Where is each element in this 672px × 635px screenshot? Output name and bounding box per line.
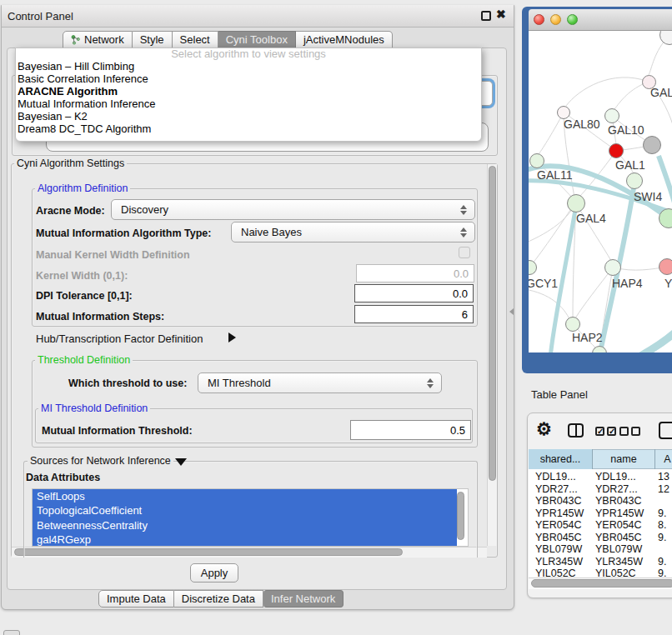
dropdown-item[interactable]: Basic Correlation Inference: [18, 72, 148, 85]
table-cell[interactable]: 9.: [658, 556, 666, 568]
table-cell[interactable]: YBR045C: [595, 532, 642, 543]
network-node[interactable]: [604, 259, 621, 276]
minimize-traffic-light-icon[interactable]: [550, 14, 561, 25]
table-cell[interactable]: 9.: [658, 532, 666, 543]
network-node-gray[interactable]: [643, 136, 661, 154]
network-node-selected-red[interactable]: [609, 143, 624, 158]
table-cell[interactable]: YBR045C: [535, 532, 582, 543]
tab-network[interactable]: Network: [63, 31, 133, 48]
table-cell[interactable]: YBR043C: [595, 495, 642, 507]
tab-select[interactable]: Select: [173, 31, 218, 48]
node-label: GAL10: [608, 123, 644, 137]
table-cell[interactable]: YER054C: [535, 519, 582, 531]
table-cell[interactable]: YLR345W: [535, 556, 583, 568]
which-threshold-combobox[interactable]: MI Threshold: [198, 372, 442, 393]
table-cell[interactable]: YDL19...: [535, 471, 576, 482]
dropdown-item[interactable]: Mutual Information Inference: [18, 98, 155, 110]
tab-infer-network[interactable]: Infer Network: [263, 590, 344, 608]
column-header-partial[interactable]: A: [655, 449, 672, 469]
data-attributes-label: Data Attributes: [26, 472, 100, 483]
control-panel-title: Control Panel: [8, 10, 73, 22]
data-attributes-list[interactable]: SelfLoops TopologicalCoefficient Between…: [32, 488, 469, 547]
table-cell[interactable]: YBL079W: [535, 543, 582, 555]
panel-divider-arrow-icon[interactable]: [509, 308, 514, 315]
tab-cyni-toolbox[interactable]: Cyni Toolbox: [218, 31, 296, 48]
table-cell[interactable]: YBL079W: [595, 543, 642, 555]
dpi-tolerance-input[interactable]: 0.0: [354, 284, 474, 302]
table-cell[interactable]: YDR27...: [595, 483, 638, 495]
table-cell[interactable]: YER054C: [595, 519, 642, 531]
node-label: GAL1: [615, 158, 645, 172]
dropdown-item[interactable]: Bayesian – Hill Climbing: [18, 60, 134, 72]
float-window-icon[interactable]: [481, 11, 491, 21]
which-threshold-label: Which threshold to use:: [68, 378, 187, 389]
top-tab-bar: Network Style Select Cyni Toolbox jActiv…: [63, 31, 393, 48]
list-item[interactable]: BetweennessCentrality: [33, 518, 457, 532]
table-cell[interactable]: 8.: [658, 519, 666, 531]
network-node[interactable]: [529, 153, 544, 168]
combo-arrows-icon: [460, 205, 467, 215]
algorithm-definition-title: Algorithm Definition: [35, 183, 130, 193]
columns-icon[interactable]: [568, 423, 584, 438]
table-mode-icon[interactable]: [659, 422, 672, 439]
list-item[interactable]: gal4RGexp: [33, 532, 457, 547]
table-cell[interactable]: 9.: [658, 508, 666, 519]
mi-threshold-title: MI Threshold Definition: [38, 403, 150, 413]
node-label: GCY1: [529, 277, 558, 290]
gear-icon[interactable]: ⚙: [536, 421, 552, 438]
network-icon: [71, 35, 81, 45]
aracne-mode-combobox[interactable]: Discovery: [111, 199, 475, 220]
sources-collapse-arrow-icon[interactable]: [175, 458, 187, 466]
close-traffic-light-icon[interactable]: [534, 14, 544, 25]
settings-vscrollbar-thumb[interactable]: [489, 166, 496, 481]
table-cell[interactable]: YPR145W: [595, 508, 644, 519]
tab-style[interactable]: Style: [133, 31, 173, 48]
table-panel-title: Table Panel: [531, 388, 588, 401]
kernel-width-input[interactable]: 0.0: [356, 264, 474, 282]
list-item[interactable]: SelfLoops: [33, 489, 457, 503]
table-hscrollbar-thumb[interactable]: [531, 579, 672, 588]
hub-expand-arrow-icon[interactable]: [228, 332, 236, 342]
network-node[interactable]: [604, 108, 619, 123]
list-vscrollbar-thumb[interactable]: [457, 492, 464, 540]
table-cell[interactable]: YBR043C: [535, 495, 582, 507]
table-panel: ⚙ ✓✓ shared... name A YDL19... YDL19... …: [527, 412, 672, 598]
mi-steps-input[interactable]: 6: [354, 305, 474, 323]
network-node[interactable]: [626, 172, 643, 189]
apply-button[interactable]: Apply: [190, 563, 238, 582]
dropdown-item[interactable]: Dream8 DC_TDC Algorithm: [18, 122, 151, 135]
select-all-icon[interactable]: ✓✓: [595, 427, 616, 436]
table-cell[interactable]: 13: [658, 471, 669, 482]
network-node[interactable]: [567, 194, 585, 212]
screen: Control Panel ✖ Network Style Select Cyn…: [0, 0, 672, 635]
list-item[interactable]: TopologicalCoefficient: [33, 503, 457, 518]
dock-panel-icon[interactable]: [3, 630, 20, 635]
node-label: HAP4: [612, 277, 643, 290]
close-icon[interactable]: ✖: [496, 8, 506, 21]
network-canvas[interactable]: GAL GAL80 GAL10 GAL1 GAL11 SWI4 GAL4 GCY…: [529, 31, 672, 352]
column-header-name[interactable]: name: [593, 449, 655, 469]
network-node[interactable]: [565, 317, 580, 332]
manual-kernel-checkbox[interactable]: [459, 247, 470, 258]
table-cell[interactable]: YPR145W: [535, 508, 584, 519]
table-cell[interactable]: YDL19...: [595, 471, 636, 482]
hub-definition-label: Hub/Transcription Factor Definition: [36, 332, 203, 345]
dropdown-item[interactable]: Bayesian – K2: [18, 110, 88, 122]
bottom-tab-bar: Impute Data Discretize Data Infer Networ…: [98, 590, 344, 608]
aracne-mode-label: Aracne Mode:: [36, 205, 105, 217]
node-label: GAL4: [576, 212, 606, 225]
zoom-traffic-light-icon[interactable]: [567, 14, 578, 25]
table-cell[interactable]: 12: [658, 483, 669, 495]
dropdown-item-selected[interactable]: ARACNE Algorithm: [18, 85, 118, 98]
table-cell[interactable]: YDR27...: [535, 483, 578, 495]
tab-jactivemnodules[interactable]: jActiveMNodules: [296, 31, 393, 48]
node-label: HAP2: [572, 331, 603, 344]
mi-type-combobox[interactable]: Naive Bayes: [231, 222, 475, 242]
network-node-pink[interactable]: [659, 258, 672, 275]
table-cell[interactable]: YLR345W: [595, 556, 643, 568]
tab-impute-data[interactable]: Impute Data: [98, 590, 174, 608]
deselect-all-icon[interactable]: [619, 427, 640, 436]
mi-threshold-input[interactable]: 0.5: [350, 420, 471, 440]
tab-discretize-data[interactable]: Discretize Data: [174, 590, 263, 608]
column-header-shared-name[interactable]: shared...: [529, 449, 593, 469]
